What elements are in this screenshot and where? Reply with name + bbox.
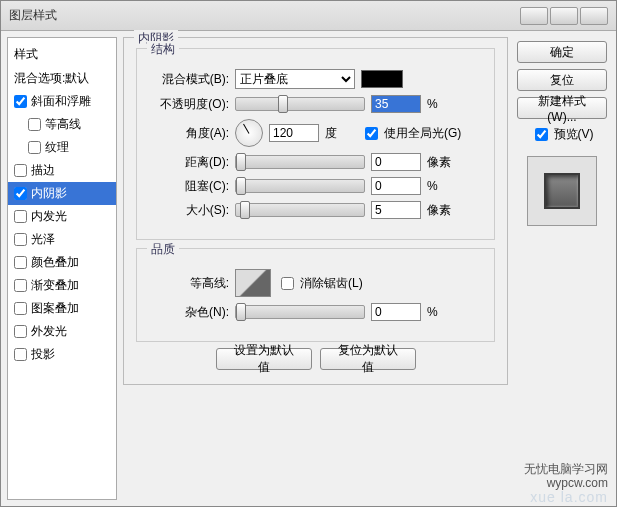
reset-button[interactable]: 复位 xyxy=(517,69,607,91)
settings-panel: 内阴影 结构 混合模式(B): 正片叠底 不透明度(O): xyxy=(123,37,508,500)
style-pattern-overlay[interactable]: 图案叠加 xyxy=(8,297,116,320)
style-contour[interactable]: 等高线 xyxy=(8,113,116,136)
style-bevel-emboss-check[interactable] xyxy=(14,95,27,108)
noise-unit: % xyxy=(427,305,457,319)
style-inner-glow-check[interactable] xyxy=(14,210,27,223)
make-default-button[interactable]: 设置为默认值 xyxy=(216,348,312,370)
blending-options-default[interactable]: 混合选项:默认 xyxy=(8,67,116,90)
style-gradient-overlay[interactable]: 渐变叠加 xyxy=(8,274,116,297)
contour-picker[interactable] xyxy=(235,269,271,297)
style-color-overlay[interactable]: 颜色叠加 xyxy=(8,251,116,274)
preview-box xyxy=(527,156,597,226)
preview-checkbox[interactable]: 预览(V) xyxy=(531,125,594,144)
style-satin-check[interactable] xyxy=(14,233,27,246)
style-stroke[interactable]: 描边 xyxy=(8,159,116,182)
angle-label: 角度(A): xyxy=(149,125,229,142)
style-stroke-check[interactable] xyxy=(14,164,27,177)
style-inner-glow[interactable]: 内发光 xyxy=(8,205,116,228)
quality-group: 品质 等高线: 消除锯齿(L) 杂色(N): % xyxy=(136,248,495,342)
angle-input[interactable] xyxy=(269,124,319,142)
titlebar[interactable]: 图层样式 xyxy=(1,1,616,31)
choke-input[interactable] xyxy=(371,177,421,195)
opacity-label: 不透明度(O): xyxy=(149,96,229,113)
contour-label: 等高线: xyxy=(149,275,229,292)
style-pattern-overlay-check[interactable] xyxy=(14,302,27,315)
antialias-checkbox[interactable]: 消除锯齿(L) xyxy=(277,274,363,293)
layer-style-dialog: 图层样式 样式 混合选项:默认 斜面和浮雕 等高线 纹理 xyxy=(0,0,617,507)
style-inner-shadow-check[interactable] xyxy=(14,187,27,200)
noise-slider[interactable] xyxy=(235,305,365,319)
distance-unit: 像素 xyxy=(427,154,457,171)
opacity-unit: % xyxy=(427,97,457,111)
shadow-color-swatch[interactable] xyxy=(361,70,403,88)
reset-default-button[interactable]: 复位为默认值 xyxy=(320,348,416,370)
style-texture-check[interactable] xyxy=(28,141,41,154)
styles-list: 样式 混合选项:默认 斜面和浮雕 等高线 纹理 描边 内阴影 xyxy=(7,37,117,500)
style-bevel-emboss[interactable]: 斜面和浮雕 xyxy=(8,90,116,113)
style-contour-check[interactable] xyxy=(28,118,41,131)
opacity-slider[interactable] xyxy=(235,97,365,111)
inner-shadow-group: 内阴影 结构 混合模式(B): 正片叠底 不透明度(O): xyxy=(123,37,508,385)
blend-mode-select[interactable]: 正片叠底 xyxy=(235,69,355,89)
dialog-buttons: 确定 复位 新建样式(W)... 预览(V) xyxy=(514,37,610,500)
styles-header: 样式 xyxy=(8,42,116,67)
opacity-input[interactable] xyxy=(371,95,421,113)
angle-dial[interactable] xyxy=(235,119,263,147)
style-inner-shadow[interactable]: 内阴影 xyxy=(8,182,116,205)
structure-title: 结构 xyxy=(147,41,179,58)
style-color-overlay-check[interactable] xyxy=(14,256,27,269)
size-slider[interactable] xyxy=(235,203,365,217)
maximize-button[interactable] xyxy=(550,7,578,25)
noise-label: 杂色(N): xyxy=(149,304,229,321)
size-input[interactable] xyxy=(371,201,421,219)
noise-input[interactable] xyxy=(371,303,421,321)
quality-title: 品质 xyxy=(147,241,179,258)
new-style-button[interactable]: 新建样式(W)... xyxy=(517,97,607,119)
global-light-checkbox[interactable]: 使用全局光(G) xyxy=(361,124,461,143)
style-outer-glow-check[interactable] xyxy=(14,325,27,338)
angle-unit: 度 xyxy=(325,125,355,142)
distance-label: 距离(D): xyxy=(149,154,229,171)
close-button[interactable] xyxy=(580,7,608,25)
style-outer-glow[interactable]: 外发光 xyxy=(8,320,116,343)
distance-input[interactable] xyxy=(371,153,421,171)
size-label: 大小(S): xyxy=(149,202,229,219)
style-drop-shadow[interactable]: 投影 xyxy=(8,343,116,366)
choke-label: 阻塞(C): xyxy=(149,178,229,195)
style-gradient-overlay-check[interactable] xyxy=(14,279,27,292)
style-drop-shadow-check[interactable] xyxy=(14,348,27,361)
choke-unit: % xyxy=(427,179,457,193)
ok-button[interactable]: 确定 xyxy=(517,41,607,63)
minimize-button[interactable] xyxy=(520,7,548,25)
style-satin[interactable]: 光泽 xyxy=(8,228,116,251)
blend-mode-label: 混合模式(B): xyxy=(149,71,229,88)
style-texture[interactable]: 纹理 xyxy=(8,136,116,159)
window-title: 图层样式 xyxy=(9,7,57,24)
distance-slider[interactable] xyxy=(235,155,365,169)
preview-swatch xyxy=(544,173,580,209)
choke-slider[interactable] xyxy=(235,179,365,193)
structure-group: 结构 混合模式(B): 正片叠底 不透明度(O): % xyxy=(136,48,495,240)
size-unit: 像素 xyxy=(427,202,457,219)
